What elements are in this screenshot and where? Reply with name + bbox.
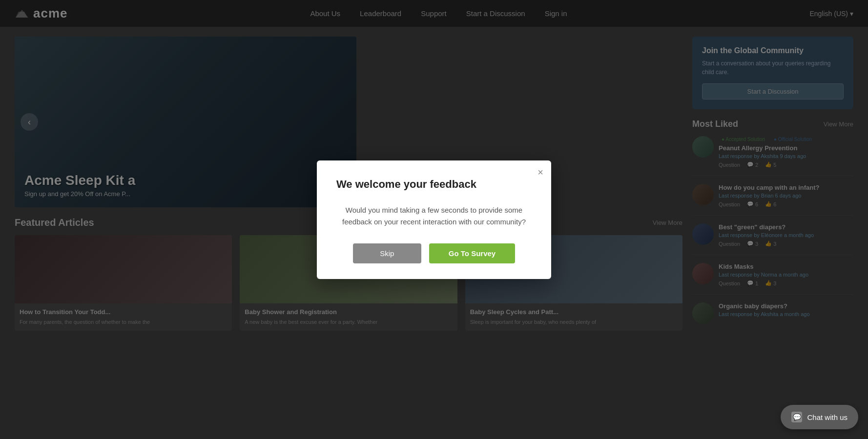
modal-title: We welcome your feedback <box>336 178 532 191</box>
skip-button[interactable]: Skip <box>353 243 421 263</box>
modal-body-text: Would you mind taking a few seconds to p… <box>336 204 532 228</box>
chat-label: Chat with us <box>807 413 847 421</box>
chat-with-us-button[interactable]: 💬 Chat with us <box>781 405 858 429</box>
go-to-survey-button[interactable]: Go To Survey <box>429 243 515 263</box>
modal-overlay[interactable]: × We welcome your feedback Would you min… <box>0 0 868 439</box>
chat-icon: 💬 <box>791 412 802 422</box>
modal-buttons: Skip Go To Survey <box>336 243 532 263</box>
feedback-modal: × We welcome your feedback Would you min… <box>317 160 551 279</box>
modal-close-button[interactable]: × <box>537 167 543 177</box>
